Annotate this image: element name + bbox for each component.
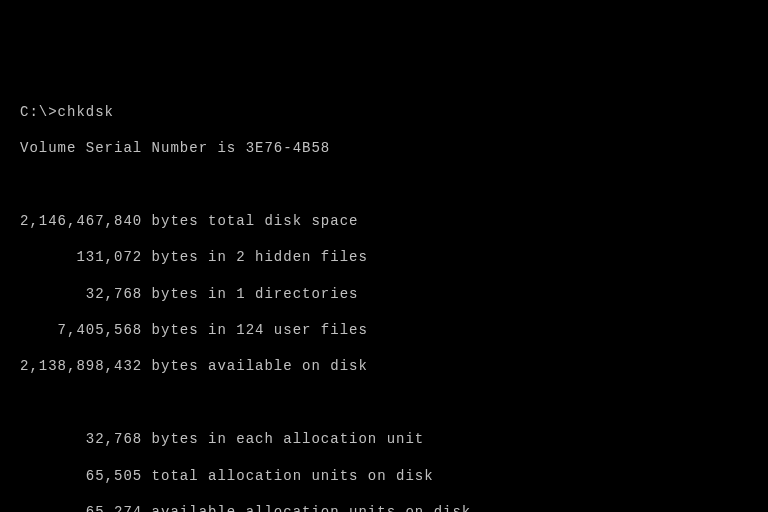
output-row: 65,274 available allocation units on dis…: [20, 503, 748, 512]
command: chkdsk: [58, 104, 114, 120]
output-row: 2,138,898,432 bytes available on disk: [20, 357, 748, 375]
output-row: 32,768 bytes in 1 directories: [20, 285, 748, 303]
blank-line: [20, 394, 748, 412]
command-line: C:\>chkdsk: [20, 103, 748, 121]
prompt: C:\>: [20, 104, 58, 120]
output-row: 7,405,568 bytes in 124 user files: [20, 321, 748, 339]
volume-serial: Volume Serial Number is 3E76-4B58: [20, 139, 748, 157]
output-row: 131,072 bytes in 2 hidden files: [20, 248, 748, 266]
blank-line: [20, 176, 748, 194]
output-row: 32,768 bytes in each allocation unit: [20, 430, 748, 448]
output-row: 2,146,467,840 bytes total disk space: [20, 212, 748, 230]
output-row: 65,505 total allocation units on disk: [20, 467, 748, 485]
